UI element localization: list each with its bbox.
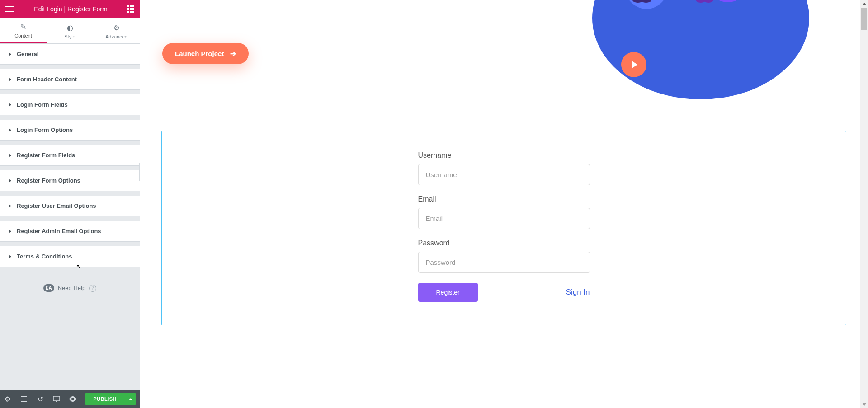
password-input[interactable] <box>418 252 590 273</box>
editor-canvas: Launch Project ➔ Username Email Password… <box>140 0 868 408</box>
question-icon: ? <box>89 285 96 292</box>
svg-rect-1 <box>56 401 57 402</box>
preview-icon[interactable] <box>69 394 77 403</box>
settings-icon[interactable]: ⚙ <box>4 394 12 403</box>
caret-right-icon <box>9 204 11 208</box>
pencil-icon: ✎ <box>20 23 26 31</box>
tab-content[interactable]: ✎ Content <box>0 18 47 43</box>
tab-label: Advanced <box>105 34 127 39</box>
section-form-header-content[interactable]: Form Header Content <box>0 69 140 89</box>
sidebar-header: Edit Login | Register Form <box>0 0 140 18</box>
contrast-icon: ◐ <box>67 23 73 32</box>
hero-section: Launch Project ➔ <box>140 0 868 108</box>
tab-advanced[interactable]: ⚙ Advanced <box>93 18 140 43</box>
scrollbar-thumb[interactable] <box>861 8 867 30</box>
play-button[interactable] <box>621 52 646 77</box>
scroll-down-button[interactable] <box>860 400 868 408</box>
caret-right-icon <box>9 128 11 132</box>
section-register-user-email-options[interactable]: Register User Email Options <box>0 196 140 216</box>
section-general[interactable]: General <box>0 44 140 64</box>
editor-sidebar: Edit Login | Register Form ✎ Content ◐ S… <box>0 0 140 408</box>
section-login-form-fields[interactable]: Login Form Fields <box>0 94 140 115</box>
publish-options-button[interactable] <box>125 393 136 405</box>
username-input[interactable] <box>418 164 590 185</box>
password-label: Password <box>418 239 590 247</box>
panel-title: Edit Login | Register Form <box>34 5 107 13</box>
tab-style[interactable]: ◐ Style <box>47 18 93 43</box>
email-input[interactable] <box>418 208 590 229</box>
people-illustration <box>592 0 809 99</box>
username-label: Username <box>418 151 590 159</box>
caret-right-icon <box>9 103 11 107</box>
gear-icon: ⚙ <box>113 23 120 32</box>
publish-group: PUBLISH <box>85 393 136 405</box>
section-register-admin-email-options[interactable]: Register Admin Email Options <box>0 221 140 241</box>
need-help[interactable]: EA Need Help ? <box>0 272 140 305</box>
caret-right-icon <box>9 78 11 81</box>
email-label: Email <box>418 195 590 203</box>
section-register-form-fields[interactable]: Register Form Fields <box>0 145 140 165</box>
menu-icon[interactable] <box>5 6 14 12</box>
scrollbar-vertical[interactable] <box>860 0 868 408</box>
caret-right-icon <box>9 230 11 233</box>
tab-label: Style <box>64 34 75 39</box>
launch-project-button[interactable]: Launch Project ➔ <box>162 43 249 64</box>
button-label: Launch Project <box>175 50 224 57</box>
caret-right-icon <box>9 179 11 183</box>
register-button[interactable]: Register <box>418 283 478 302</box>
scroll-up-button[interactable] <box>860 0 868 8</box>
tab-label: Content <box>14 33 32 38</box>
sections-list: General Form Header Content Login Form F… <box>0 44 140 390</box>
bottom-toolbar: ⚙ ↺ PUBLISH <box>0 390 140 408</box>
svg-rect-0 <box>53 396 60 401</box>
help-label: Need Help <box>58 285 85 291</box>
responsive-icon[interactable] <box>52 394 61 403</box>
panel-tabs: ✎ Content ◐ Style ⚙ Advanced <box>0 18 140 44</box>
publish-button[interactable]: PUBLISH <box>85 393 125 405</box>
navigator-icon[interactable] <box>20 394 28 403</box>
section-register-form-options[interactable]: Register Form Options <box>0 170 140 191</box>
hero-illustration <box>592 0 809 99</box>
section-terms-conditions[interactable]: Terms & Conditions <box>0 246 140 267</box>
section-login-form-options[interactable]: Login Form Options <box>0 120 140 140</box>
caret-right-icon <box>9 52 11 56</box>
widgets-grid-icon[interactable] <box>127 5 134 13</box>
arrow-right-icon: ➔ <box>230 49 236 58</box>
register-form: Username Email Password Register Sign In <box>418 141 590 316</box>
caret-right-icon <box>9 154 11 157</box>
caret-right-icon <box>9 255 11 258</box>
ea-badge-icon: EA <box>43 284 54 292</box>
svg-point-11 <box>703 0 713 3</box>
selected-widget-frame[interactable]: Username Email Password Register Sign In <box>161 131 846 325</box>
sign-in-link[interactable]: Sign In <box>566 288 590 297</box>
history-icon[interactable]: ↺ <box>36 394 44 403</box>
